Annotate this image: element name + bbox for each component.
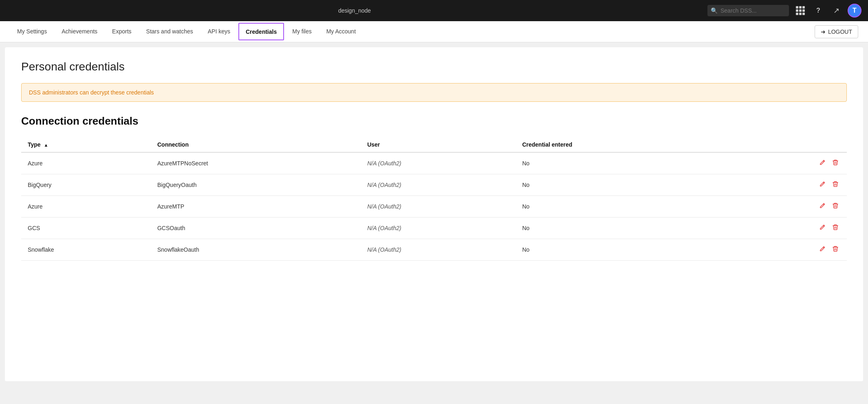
cell-actions: [723, 239, 847, 261]
nav-item-my-account[interactable]: My Account: [319, 21, 363, 42]
help-icon: ?: [816, 7, 820, 14]
cell-type: Snowflake: [21, 239, 151, 261]
cell-credential-entered: No: [516, 152, 723, 174]
cell-connection: BigQueryOauth: [151, 174, 361, 196]
table-row: BigQuery BigQueryOauth N/A (OAuth2) No: [21, 174, 847, 196]
nav-item-api-keys[interactable]: API keys: [200, 21, 238, 42]
admin-warning-alert: DSS administrators can decrypt these cre…: [21, 83, 847, 102]
credentials-table: Type ▲ Connection User Credential entere…: [21, 137, 847, 261]
search-icon: 🔍: [711, 7, 718, 14]
col-header-connection: Connection: [151, 137, 361, 152]
cell-connection: GCSOauth: [151, 217, 361, 239]
cell-credential-entered: No: [516, 196, 723, 217]
logout-button[interactable]: ➜ LOGOUT: [815, 25, 858, 38]
cell-actions: [723, 174, 847, 196]
col-header-credential-entered: Credential entered: [516, 137, 723, 152]
delete-button[interactable]: [831, 245, 840, 255]
trend-icon: ↗: [833, 6, 839, 15]
col-header-type[interactable]: Type ▲: [21, 137, 151, 152]
table-header-row: Type ▲ Connection User Credential entere…: [21, 137, 847, 152]
edit-button[interactable]: [817, 202, 827, 211]
cell-type: Azure: [21, 152, 151, 174]
section-title: Connection credentials: [21, 115, 847, 127]
cell-actions: [723, 152, 847, 174]
col-header-actions: [723, 137, 847, 152]
search-wrap: 🔍: [707, 5, 789, 16]
main-content: Personal credentials DSS administrators …: [5, 47, 863, 381]
cell-type: GCS: [21, 217, 151, 239]
nav-item-my-settings[interactable]: My Settings: [10, 21, 54, 42]
cell-user: N/A (OAuth2): [361, 196, 516, 217]
cell-user: N/A (OAuth2): [361, 152, 516, 174]
cell-user: N/A (OAuth2): [361, 174, 516, 196]
nav-item-exports[interactable]: Exports: [105, 21, 139, 42]
cell-user: N/A (OAuth2): [361, 217, 516, 239]
nav-item-achievements[interactable]: Achievements: [54, 21, 105, 42]
cell-connection: AzureMTPNoSecret: [151, 152, 361, 174]
avatar[interactable]: T: [848, 4, 861, 18]
subnav: My Settings Achievements Exports Stars a…: [0, 21, 868, 42]
delete-button[interactable]: [831, 202, 840, 211]
edit-button[interactable]: [817, 158, 827, 168]
topbar: design_node 🔍 ? ↗ T: [0, 0, 868, 21]
edit-button[interactable]: [817, 180, 827, 190]
cell-credential-entered: No: [516, 174, 723, 196]
col-header-user: User: [361, 137, 516, 152]
page-title: Personal credentials: [21, 60, 847, 73]
nav-item-stars-and-watches[interactable]: Stars and watches: [139, 21, 200, 42]
cell-credential-entered: No: [516, 217, 723, 239]
table-row: Azure AzureMTP N/A (OAuth2) No: [21, 196, 847, 217]
help-button[interactable]: ?: [812, 4, 825, 17]
nav-item-credentials[interactable]: Credentials: [238, 23, 284, 40]
nav-item-my-files[interactable]: My files: [285, 21, 319, 42]
cell-user: N/A (OAuth2): [361, 239, 516, 261]
cell-credential-entered: No: [516, 239, 723, 261]
search-input[interactable]: [707, 5, 789, 16]
table-row: Snowflake SnowflakeOauth N/A (OAuth2) No: [21, 239, 847, 261]
delete-button[interactable]: [831, 158, 840, 168]
edit-button[interactable]: [817, 223, 827, 233]
grid-icon: [796, 6, 805, 15]
edit-button[interactable]: [817, 245, 827, 255]
table-row: GCS GCSOauth N/A (OAuth2) No: [21, 217, 847, 239]
cell-actions: [723, 217, 847, 239]
cell-actions: [723, 196, 847, 217]
trend-button[interactable]: ↗: [830, 4, 843, 17]
table-row: Azure AzureMTPNoSecret N/A (OAuth2) No: [21, 152, 847, 174]
cell-type: Azure: [21, 196, 151, 217]
cell-connection: SnowflakeOauth: [151, 239, 361, 261]
cell-type: BigQuery: [21, 174, 151, 196]
delete-button[interactable]: [831, 223, 840, 233]
node-name: design_node: [338, 7, 371, 14]
sort-arrow-icon: ▲: [44, 143, 48, 147]
delete-button[interactable]: [831, 180, 840, 190]
logout-arrow-icon: ➜: [821, 29, 826, 35]
grid-menu-button[interactable]: [794, 4, 807, 17]
cell-connection: AzureMTP: [151, 196, 361, 217]
